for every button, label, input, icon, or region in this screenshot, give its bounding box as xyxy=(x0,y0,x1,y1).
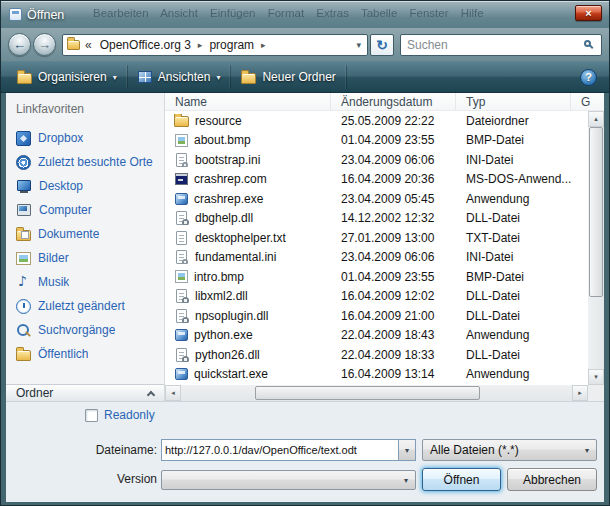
scroll-up-button[interactable]: ▴ xyxy=(588,111,604,127)
file-date: 14.12.2002 12:32 xyxy=(331,211,456,225)
recent-places-icon xyxy=(16,155,31,170)
breadcrumb-separator-icon[interactable]: ▸ xyxy=(196,40,205,50)
msdos-file-icon xyxy=(175,173,188,185)
readonly-label[interactable]: Readonly xyxy=(104,408,155,422)
sidebar-item-label: Bilder xyxy=(38,251,69,265)
version-select[interactable]: ▾ xyxy=(161,470,416,490)
column-header-type[interactable]: Typ xyxy=(456,93,571,110)
horizontal-scrollbar-thumb[interactable] xyxy=(255,386,480,400)
scroll-right-icon: ▸ xyxy=(578,389,582,397)
dll-file-icon xyxy=(176,211,187,225)
open-button[interactable]: Öffnen xyxy=(422,468,501,491)
file-row[interactable]: python.exe 22.04.2009 18:43 Anwendung xyxy=(165,326,588,346)
help-icon: ? xyxy=(585,71,592,83)
new-folder-button[interactable]: Neuer Ordner xyxy=(231,65,346,89)
title-bar: Öffnen Bearbeiten Ansicht Einfügen Forma… xyxy=(1,1,609,28)
readonly-checkbox[interactable] xyxy=(85,409,98,422)
file-name: python.exe xyxy=(194,328,253,342)
column-header-name[interactable]: Name xyxy=(165,93,331,110)
file-row[interactable]: crashrep.exe 23.04.2009 05:45 Anwendung xyxy=(165,189,588,209)
breadcrumb-item-program[interactable]: program xyxy=(206,38,257,52)
application-icon xyxy=(175,329,188,341)
back-button[interactable]: ← xyxy=(8,33,31,56)
breadcrumb-overflow-button[interactable]: « xyxy=(82,38,95,52)
file-row[interactable]: libxml2.dll 16.04.2009 12:02 DLL-Datei xyxy=(165,287,588,307)
file-row[interactable]: quickstart.exe 16.04.2009 13:14 Anwendun… xyxy=(165,365,588,385)
address-dropdown-icon[interactable]: ▾ xyxy=(356,40,363,50)
sidebar-item-recent-places[interactable]: Zuletzt besuchte Orte xyxy=(6,150,164,174)
filetype-select[interactable]: Alle Dateien (*.*) ▾ xyxy=(422,439,597,461)
file-date: 16.04.2009 13:14 xyxy=(331,367,456,381)
column-header-size[interactable]: G xyxy=(571,93,604,110)
sidebar-item-documents[interactable]: Dokumente xyxy=(6,222,164,246)
sidebar-item-pictures[interactable]: Bilder xyxy=(6,246,164,270)
file-row[interactable]: npsoplugin.dll 16.04.2009 21:00 DLL-Date… xyxy=(165,306,588,326)
sidebar-item-music[interactable]: Musik xyxy=(6,270,164,294)
refresh-button[interactable]: ↻ xyxy=(370,34,394,56)
forward-button[interactable]: → xyxy=(33,33,56,56)
readonly-option: Readonly xyxy=(85,408,155,422)
back-arrow-icon: ← xyxy=(13,38,26,51)
dropbox-icon xyxy=(16,131,31,146)
search-input[interactable] xyxy=(407,38,584,52)
file-row[interactable]: desktophelper.txt 27.01.2009 13:00 TXT-D… xyxy=(165,228,588,248)
file-row[interactable]: crashrep.com 16.04.2009 20:36 MS-DOS-Anw… xyxy=(165,170,588,190)
scrollbar-corner xyxy=(588,385,604,401)
scroll-right-button[interactable]: ▸ xyxy=(572,385,588,401)
navigation-bar: ← → « OpenOffice.org 3 ▸ program ▸ ▾ ↻ xyxy=(1,28,609,61)
vertical-scrollbar-thumb[interactable] xyxy=(589,127,603,297)
scroll-left-button[interactable]: ◂ xyxy=(165,385,181,401)
file-row[interactable]: about.bmp 01.04.2009 23:55 BMP-Datei xyxy=(165,131,588,151)
file-type: TXT-Datei xyxy=(456,231,571,245)
sidebar-item-label: Zuletzt geändert xyxy=(38,299,125,313)
address-folder-icon xyxy=(67,40,80,50)
filename-combobox: ▾ xyxy=(161,439,416,461)
file-row[interactable]: dbghelp.dll 14.12.2002 12:32 DLL-Datei xyxy=(165,209,588,229)
dropdown-icon: ▾ xyxy=(216,73,220,82)
desktop-icon xyxy=(16,179,32,193)
sidebar-item-public[interactable]: Öffentlich xyxy=(6,342,164,366)
file-type: Anwendung xyxy=(456,367,571,381)
file-row[interactable]: python26.dll 22.04.2009 18:33 DLL-Datei xyxy=(165,345,588,365)
application-icon xyxy=(175,368,188,380)
file-row[interactable]: fundamental.ini 23.04.2009 06:06 INI-Dat… xyxy=(165,248,588,268)
open-file-dialog: Öffnen Bearbeiten Ansicht Einfügen Forma… xyxy=(0,0,610,506)
file-type: INI-Datei xyxy=(456,153,571,167)
search-icon[interactable] xyxy=(584,40,591,47)
file-row[interactable]: resource 25.05.2009 22:22 Dateiordner xyxy=(165,111,588,131)
file-name: intro.bmp xyxy=(194,270,244,284)
folders-expander[interactable]: Ordner xyxy=(6,384,164,401)
sidebar-item-computer[interactable]: Computer xyxy=(6,198,164,222)
organize-button[interactable]: Organisieren ▾ xyxy=(7,65,128,89)
filename-dropdown-button[interactable]: ▾ xyxy=(398,440,415,460)
file-row[interactable]: bootstrap.ini 23.04.2009 06:06 INI-Datei xyxy=(165,150,588,170)
ini-file-icon xyxy=(176,250,187,264)
sidebar-item-desktop[interactable]: Desktop xyxy=(6,174,164,198)
cancel-button[interactable]: Abbrechen xyxy=(507,468,597,491)
file-date: 23.04.2009 05:45 xyxy=(331,192,456,206)
close-button[interactable]: × xyxy=(575,5,602,21)
file-type: INI-Datei xyxy=(456,250,571,264)
file-name: libxml2.dll xyxy=(195,289,248,303)
breadcrumb-separator-icon[interactable]: ▸ xyxy=(259,40,268,50)
scroll-down-button[interactable]: ▾ xyxy=(588,369,604,385)
forward-arrow-icon: → xyxy=(38,38,51,51)
breadcrumb-item-openoffice[interactable]: OpenOffice.org 3 xyxy=(97,38,194,52)
help-button[interactable]: ? xyxy=(580,69,597,86)
sidebar-item-dropbox[interactable]: Dropbox xyxy=(6,126,164,150)
filename-input[interactable] xyxy=(162,440,398,460)
vertical-scrollbar[interactable]: ▴ ▾ xyxy=(588,111,604,385)
image-file-icon xyxy=(175,134,188,147)
folder-icon xyxy=(174,116,189,127)
sidebar-item-searches[interactable]: Suchvorgänge xyxy=(6,318,164,342)
file-date: 01.04.2009 23:55 xyxy=(331,133,456,147)
file-type: Anwendung xyxy=(456,192,571,206)
column-header-date[interactable]: Änderungsdatum xyxy=(331,93,456,110)
views-button[interactable]: Ansichten ▾ xyxy=(128,65,232,89)
footer-pane: Readonly Dateiname: ▾ Alle Dateien (*.*)… xyxy=(6,401,604,502)
sidebar-item-recently-changed[interactable]: Zuletzt geändert xyxy=(6,294,164,318)
sidebar-item-label: Zuletzt besuchte Orte xyxy=(38,155,153,169)
file-date: 16.04.2009 20:36 xyxy=(331,172,456,186)
file-row[interactable]: intro.bmp 01.04.2009 23:55 BMP-Datei xyxy=(165,267,588,287)
horizontal-scrollbar[interactable]: ◂ ▸ xyxy=(165,385,588,401)
